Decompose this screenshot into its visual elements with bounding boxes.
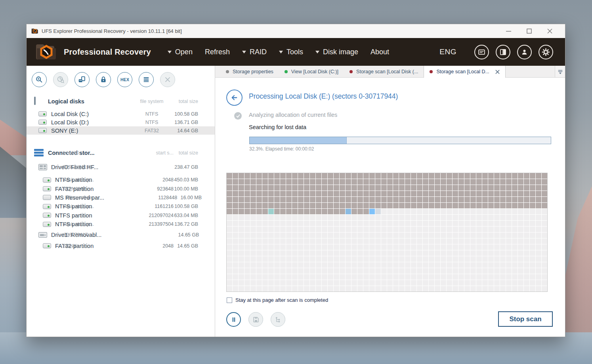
scan-cell-pending	[423, 256, 428, 262]
scan-cell-pending	[298, 280, 304, 286]
tab-storage-properties[interactable]: Storage properties	[220, 66, 279, 77]
scan-cell-pending	[494, 250, 500, 256]
back-button[interactable]	[226, 90, 243, 106]
scan-cell-pending	[494, 256, 500, 262]
scan-cell-pending	[500, 280, 506, 286]
scan-cell-pending	[488, 262, 494, 268]
partition-row[interactable]: NTFS partitionBasic data p...21339750413…	[27, 220, 215, 229]
scan-cell-processed	[530, 179, 535, 185]
drive-row[interactable]: Drive0: Fixed HF...CJ9CN8119...238.47 GB	[27, 163, 215, 172]
scan-cell-pending	[351, 238, 357, 244]
scan-cell-pending	[381, 244, 387, 250]
logical-disk-row[interactable]: Local Disk (C:)NTFS100.58 GB	[27, 110, 215, 118]
scan-cell-processed	[274, 185, 280, 191]
scan-cell-processed	[423, 203, 428, 208]
scan-cell-pending	[464, 233, 470, 238]
scan-cell-pending	[542, 221, 547, 226]
partition-row[interactable]: MS Reserved par...Microsoft re...1128448…	[27, 193, 215, 202]
menu-item-raid[interactable]: RAID	[242, 48, 267, 56]
disk-total-size: 100.58 GB	[174, 111, 215, 117]
tab-storage-scan-local-disk[interactable]: Storage scan [Local Disk (...	[344, 66, 424, 77]
language-selector[interactable]: ENG	[439, 48, 456, 56]
scan-cell-processed	[393, 191, 399, 196]
scan-cell-pending	[405, 274, 411, 280]
partition-row[interactable]: NTFS partitionBasic data p...2048450.03 …	[27, 175, 215, 184]
scan-cell-pending	[346, 280, 351, 286]
tab-storage-scan-local-d[interactable]: Storage scan [Local D...	[424, 66, 505, 78]
stay-on-page-checkbox[interactable]	[227, 297, 232, 303]
maximize-button[interactable]	[525, 28, 533, 35]
partition-row[interactable]: FAT32 partitionSONY204814.65 GB	[27, 241, 215, 250]
menu-item-about[interactable]: About	[370, 48, 389, 56]
scan-cell-pending	[286, 227, 292, 232]
scan-cell-pending	[423, 268, 428, 274]
pause-scan-button[interactable]	[226, 312, 241, 327]
minimize-button[interactable]	[505, 28, 512, 35]
tab-status-dot	[226, 70, 229, 73]
scan-cell-processed	[512, 197, 518, 202]
reference-panel-button[interactable]	[496, 45, 510, 59]
scan-cell-pending	[518, 280, 523, 286]
partition-row[interactable]: NTFS partition212097024633.04 MB	[27, 211, 215, 220]
scan-cell-pending	[346, 286, 351, 292]
scan-cell-pending	[542, 215, 547, 220]
scan-cell-pending	[304, 268, 309, 274]
settings-gear-button[interactable]	[539, 45, 553, 59]
scan-step-searching: Searching for lost data	[249, 124, 306, 130]
scan-cell-processed	[506, 173, 512, 179]
tab-close-icon[interactable]	[495, 70, 500, 74]
scan-cell-processed	[417, 185, 422, 191]
scan-cell-pending	[227, 250, 232, 256]
scan-cell-processed	[328, 179, 333, 185]
list-tool-button[interactable]	[139, 72, 154, 87]
close-button[interactable]	[546, 28, 553, 35]
scan-cell-pending	[375, 233, 381, 238]
tab-list-button[interactable]	[555, 66, 565, 77]
scan-cell-processed	[488, 173, 494, 179]
stay-on-page-option[interactable]: Stay at this page after scan is complete…	[227, 297, 328, 303]
scan-cell-pending	[482, 250, 488, 256]
menu-item-disk-image[interactable]: Disk image	[315, 48, 358, 56]
logical-disk-row[interactable]: SONY (E:)FAT3214.64 GB	[27, 126, 215, 135]
tab-view-local-disk-c[interactable]: View [Local Disk (C:)]	[279, 66, 344, 77]
scan-cell-processed	[268, 185, 274, 191]
menu-item-tools[interactable]: Tools	[279, 48, 303, 56]
scan-cell-processed	[280, 179, 286, 185]
scan-cell-pending	[494, 233, 500, 238]
scan-cell-pending	[476, 209, 482, 214]
logical-disk-row[interactable]: Local Disk (D:)NTFS136.71 GB	[27, 118, 215, 126]
scan-cell-pending	[316, 244, 321, 250]
scan-cell-pending	[500, 286, 506, 292]
scan-cell-pending	[393, 256, 399, 262]
menu-item-open[interactable]: Open	[168, 48, 193, 56]
stop-scan-button[interactable]: Stop scan	[498, 311, 553, 327]
disk-image-tool-button[interactable]	[74, 72, 90, 87]
drive-row[interactable]: Drive1: Removabl...896979117...14.65 GB	[27, 231, 215, 239]
partition-row[interactable]: FAT32 partitionNO NAME923648100.00 MB	[27, 184, 215, 193]
scan-cell-processed	[233, 203, 238, 208]
scan-cell-processed	[494, 179, 500, 185]
scan-cell-pending	[322, 268, 327, 274]
scan-cell-pending	[381, 221, 387, 226]
search-tool-button[interactable]	[32, 72, 47, 87]
scan-cell-pending	[328, 238, 333, 244]
scan-cell-processed	[256, 173, 262, 179]
scan-cell-pending	[435, 221, 440, 226]
scan-cell-pending	[298, 233, 304, 238]
scan-cell-pending	[340, 262, 345, 268]
scan-cell-processed	[435, 185, 440, 191]
scan-cell-processed	[268, 203, 274, 208]
menu-item-refresh[interactable]: Refresh	[205, 48, 230, 56]
disk-name: SONY (E:)	[51, 128, 78, 134]
scan-cell-pending	[340, 280, 345, 286]
scan-cell-pending	[346, 233, 351, 238]
scan-cell-pending	[227, 238, 232, 244]
hex-tool-button[interactable]: HEX	[117, 72, 132, 87]
lock-tool-button[interactable]	[96, 72, 111, 87]
partition-row[interactable]: NTFS partitionBasic data p...1161216100.…	[27, 202, 215, 211]
scan-cell-processed	[417, 173, 422, 179]
messages-button[interactable]	[474, 45, 489, 59]
scan-cell-pending	[470, 286, 476, 292]
scan-cell-pending	[280, 244, 286, 250]
user-button[interactable]	[517, 45, 532, 59]
